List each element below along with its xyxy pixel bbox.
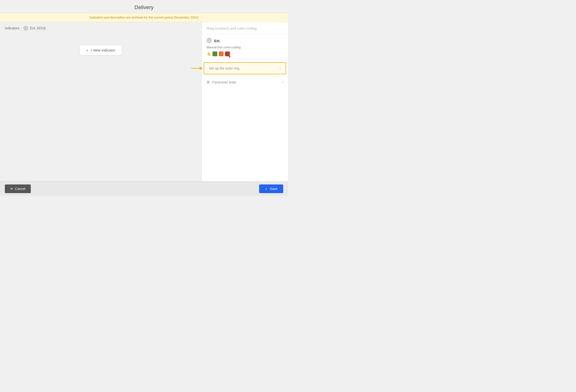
indicators-label: Indicators - [5, 26, 21, 30]
swatch-orange[interactable] [219, 52, 224, 56]
archive-banner: Indicators and description are archived … [0, 13, 288, 22]
setup-outer-ring-button[interactable]: Set up the outer ring › [204, 62, 286, 74]
new-indicator-button[interactable]: + + New indicator [79, 45, 122, 55]
save-check-icon: ✓ [265, 187, 268, 191]
svg-point-3 [208, 39, 210, 41]
swatch-green[interactable] [212, 52, 217, 56]
bottom-bar: ✕ Cancel ✓ Save [0, 181, 288, 196]
setup-outer-ring-wrapper: Set up the outer ring › [203, 61, 287, 75]
svg-point-1 [25, 28, 27, 29]
panel-title: Ring (custom) and color-coding [202, 22, 288, 34]
parameter-letter-button[interactable]: ⚙ Parameter letter › [202, 76, 288, 88]
ext-count-label: Ext. (0/10) [30, 26, 46, 30]
save-label: Save [270, 187, 277, 191]
ext-ring-icon [23, 26, 28, 30]
highlight-arrow [191, 65, 203, 71]
chevron-right-icon: › [280, 66, 281, 70]
swatch-red[interactable] [225, 52, 230, 56]
hand-pointer-icon: 👆 [206, 52, 211, 56]
archive-banner-text: Indicators and description are archived … [90, 16, 198, 19]
indicators-header: Indicators - Ext. (0/10) [5, 26, 197, 30]
parameter-letter-label: Parameter letter [212, 80, 236, 84]
new-indicator-label: + New indicator [90, 48, 115, 52]
gear-icon: ⚙ [206, 80, 210, 84]
page-header: Delivery [0, 0, 288, 13]
color-swatches: 👆 [206, 52, 283, 56]
ext-ring-icon-panel [206, 38, 212, 44]
parameter-letter-chevron: › [282, 80, 283, 84]
svg-marker-5 [200, 67, 203, 70]
cancel-button[interactable]: ✕ Cancel [5, 184, 31, 193]
cancel-x-icon: ✕ [10, 187, 13, 191]
ext-label: Ext. [214, 39, 220, 43]
ext-row: Ext. [206, 38, 283, 44]
new-indicator-plus-icon: + [86, 48, 88, 52]
parameter-letter-left: ⚙ Parameter letter [206, 80, 236, 84]
ext-section: Ext. Manual box color-coding 👆 [202, 34, 288, 60]
page-wrapper: Delivery Indicators and description are … [0, 0, 288, 196]
save-button[interactable]: ✓ Save [259, 184, 283, 193]
left-area: Indicators - Ext. (0/10) + + New indicat… [0, 22, 202, 181]
manual-label: Manual box color-coding [206, 45, 283, 49]
right-panel: Ring (custom) and color-coding Ext. Manu… [202, 22, 288, 181]
page-title: Delivery [0, 4, 288, 11]
main-content: Indicators - Ext. (0/10) + + New indicat… [0, 22, 288, 181]
cancel-label: Cancel [15, 187, 26, 191]
svg-point-0 [24, 26, 28, 30]
setup-outer-ring-label: Set up the outer ring [209, 66, 239, 70]
svg-point-2 [207, 38, 211, 43]
new-indicator-area: + + New indicator [5, 45, 197, 55]
